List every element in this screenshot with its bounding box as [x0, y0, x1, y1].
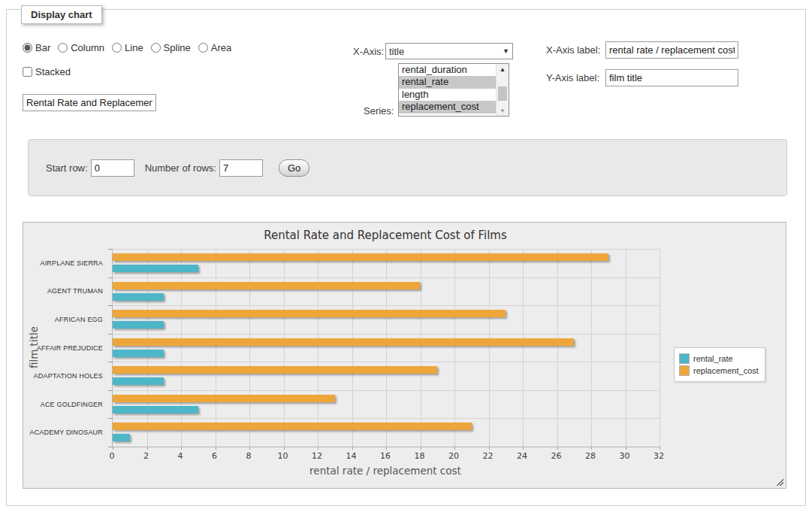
x-axis-label-label: X-Axis label: [546, 44, 600, 56]
bar-replacement_cost[interactable] [113, 310, 506, 317]
y-tick-mark [108, 334, 112, 335]
bar-group [113, 334, 660, 362]
x-tick-label: 32 [654, 451, 664, 461]
x-tick-labels: 02468101214161820222426283032 [112, 451, 659, 462]
scroll-up-icon[interactable]: ▲ [497, 64, 509, 74]
chart-type-radio[interactable] [58, 43, 68, 53]
chart-type-radio[interactable] [112, 43, 122, 53]
chart-title-input[interactable] [23, 94, 156, 111]
series-option[interactable]: length [399, 89, 497, 101]
bar-rental_rate[interactable] [113, 377, 164, 385]
chart-type-option-label: Bar [35, 42, 50, 53]
chevron-down-icon: ▼ [503, 47, 509, 55]
bar-rental_rate[interactable] [113, 434, 130, 441]
x-tick-mark [626, 447, 626, 450]
x-tick-label: 2 [143, 451, 149, 461]
x-tick-label: 22 [483, 451, 494, 461]
chart-type-option-label: Area [211, 42, 231, 53]
bar-group [113, 418, 660, 447]
x-tick-label: 16 [380, 451, 391, 461]
x-axis-select[interactable]: title ▼ [385, 43, 513, 59]
number-of-rows-input[interactable] [219, 159, 263, 177]
chart-type-radio[interactable] [151, 43, 161, 53]
x-tick-mark [557, 447, 558, 450]
go-button[interactable]: Go [279, 159, 309, 177]
category-label: AIRPLANE SIERRA [23, 249, 107, 277]
stacked-label: Stacked [35, 66, 71, 77]
x-tick-label: 18 [415, 451, 425, 461]
chart-legend-items: rental_ratereplacement_cost [679, 353, 759, 376]
chart-type-radios: BarColumnLineSplineArea [23, 42, 239, 53]
x-tick-label: 10 [278, 451, 288, 461]
bar-group [113, 362, 660, 390]
bar-rental_rate[interactable] [113, 293, 164, 301]
series-options: rental_durationrental_ratelengthreplacem… [399, 64, 509, 114]
chart-type-radio[interactable] [23, 43, 32, 53]
chart-type-option[interactable]: Spline [151, 42, 191, 53]
gridline-v [660, 249, 660, 447]
stacked-checkbox[interactable] [23, 67, 32, 77]
bar-rental_rate[interactable] [113, 265, 198, 272]
legend-item[interactable]: replacement_cost [679, 365, 759, 376]
bar-replacement_cost[interactable] [113, 366, 437, 374]
x-tick-mark [147, 447, 148, 450]
resize-grip-icon[interactable] [775, 477, 783, 486]
chart-type-option[interactable]: Line [112, 42, 143, 53]
x-tick-label: 12 [312, 451, 322, 461]
x-axis-select-label: X-Axis: [353, 46, 384, 57]
bar-rental_rate[interactable] [113, 321, 164, 329]
chart-type-option-label: Spline [164, 42, 191, 53]
bar-group [113, 390, 660, 419]
bar-replacement_cost[interactable] [113, 338, 574, 346]
series-option[interactable]: replacement_cost [399, 101, 497, 113]
chart-type-option-label: Column [71, 42, 104, 53]
legend-label: rental_rate [693, 354, 733, 363]
x-axis-selected-value: title [389, 46, 404, 57]
x-tick-mark [489, 447, 490, 450]
y-tick-mark [108, 305, 112, 306]
bar-rental_rate[interactable] [113, 406, 198, 414]
x-tick-mark [454, 447, 455, 450]
bar-replacement_cost[interactable] [113, 395, 335, 402]
chart-type-option-label: Line [125, 42, 143, 53]
chart-container: Rental Rate and Replacement Cost of Film… [23, 222, 786, 489]
category-label: ACE GOLDFINGER [23, 390, 107, 419]
y-tick-mark [108, 362, 112, 362]
x-tick-label: 8 [246, 451, 252, 461]
bar-replacement_cost[interactable] [113, 253, 608, 261]
y-tick-mark [108, 390, 112, 391]
bar-replacement_cost[interactable] [113, 423, 472, 430]
legend-item[interactable]: rental_rate [679, 353, 759, 364]
scroll-down-icon[interactable]: ▼ [497, 105, 509, 116]
category-label: AFRICAN EGG [23, 305, 107, 334]
chart-type-option[interactable]: Area [198, 42, 231, 53]
chart-type-radio[interactable] [198, 43, 208, 53]
x-tick-label: 26 [551, 451, 562, 461]
start-row-input[interactable] [91, 159, 134, 177]
bar-replacement_cost[interactable] [113, 282, 420, 289]
y-axis-label-input[interactable] [605, 69, 738, 86]
chart-title: Rental Rate and Replacement Cost of Film… [112, 229, 659, 242]
x-tick-label: 14 [346, 451, 357, 461]
scrollbar-thumb[interactable] [498, 86, 507, 101]
series-scrollbar[interactable]: ▲ ▼ [496, 64, 509, 116]
x-axis-label-input[interactable] [605, 41, 738, 59]
x-tick-label: 28 [585, 451, 596, 461]
bar-rental_rate[interactable] [113, 350, 164, 357]
x-tick-mark [113, 447, 113, 450]
stacked-option[interactable]: Stacked [23, 66, 71, 77]
x-tick-mark [421, 447, 421, 450]
chart-type-option[interactable]: Bar [23, 42, 50, 53]
bar-group [113, 277, 660, 306]
number-of-rows-label: Number of rows: [145, 162, 216, 174]
y-category-labels: AIRPLANE SIERRAAGENT TRUMANAFRICAN EGGAF… [23, 249, 107, 447]
chart-legend: rental_ratereplacement_cost [674, 347, 765, 382]
x-tick-label: 30 [620, 451, 630, 461]
x-tick-label: 6 [212, 451, 217, 461]
series-option[interactable]: rental_duration [399, 64, 497, 76]
start-row-label: Start row: [46, 162, 88, 174]
legend-label: replacement_cost [693, 366, 759, 375]
chart-type-option[interactable]: Column [58, 42, 104, 53]
series-option[interactable]: rental_rate [399, 76, 497, 88]
series-listbox[interactable]: rental_durationrental_ratelengthreplacem… [398, 63, 509, 117]
